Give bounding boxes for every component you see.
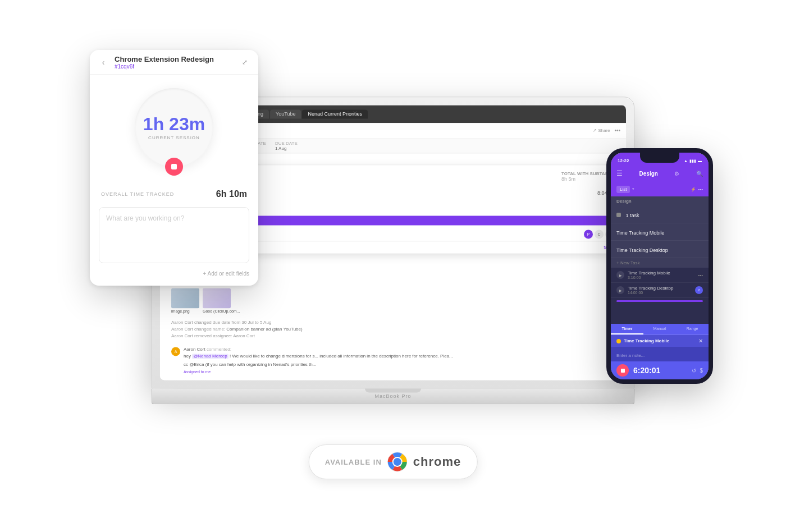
play-button-1[interactable]: ▶ (616, 271, 624, 279)
add-fields-link[interactable]: + Add or edit fields (203, 270, 249, 277)
more-icon[interactable]: ••• (698, 187, 703, 192)
activity-1: Aaron Cort changed due date from 30 Jul … (171, 320, 615, 325)
active-task-name: Time Tracking Mobile (624, 338, 698, 343)
task-item-desktop[interactable]: Time Tracking Desktop (611, 241, 709, 258)
active-task-selector[interactable]: Time Tracking Mobile ✕ (611, 335, 709, 347)
status-icons: ▲ ▮▮▮ ▬ (684, 159, 702, 163)
clear-task-button[interactable]: ✕ (698, 338, 703, 344)
img-label-2: Good (ClickUp.com... (203, 309, 240, 313)
phone-notch (640, 153, 679, 163)
design-section: Design (611, 196, 709, 206)
search-icon[interactable]: 🔍 (696, 171, 703, 177)
post-row: POST (90, 282, 258, 286)
scene: Marketing Advertising YouTube Nenad Curr… (56, 19, 730, 513)
comment-content: Aaron Cort commented: hey @Nenad Mercep … (184, 347, 453, 374)
tab-nenad[interactable]: Nenad Current Priorities (302, 109, 368, 118)
commenter-name: Aaron Cort commented: (184, 347, 453, 352)
svg-point-2 (394, 458, 401, 466)
task-item-mobile[interactable]: Time Tracking Mobile (611, 223, 709, 241)
img-thumbnail-1 (171, 288, 199, 308)
image-attachments: image.png Good (ClickUp.com... (171, 288, 615, 313)
total-row: OVERALL TIME TRACKED 6h 10m (90, 189, 258, 207)
activity-2: Aaron Cort changed name: Companion banne… (171, 327, 615, 332)
activity-section: Aaron Cort changed due date from 30 Jul … (166, 317, 620, 343)
attachment-1: image.png (171, 288, 199, 313)
entry-time-2: 14:00:00 (628, 291, 692, 295)
task-checkbox (616, 213, 621, 217)
share-btn[interactable]: ↗ Share (593, 128, 610, 133)
phone-note-placeholder: Enter a note... (616, 353, 645, 358)
dollar-icon[interactable]: $ (700, 368, 703, 374)
timer-action-icons: ↺ $ (692, 368, 703, 374)
commenter-avatar: A (171, 347, 180, 356)
play-button-2[interactable]: ▶ (616, 286, 624, 294)
entry-item-mobile: ▶ Time Tracking Mobile 3:10:00 ••• (611, 268, 709, 283)
entry-more-1[interactable]: ••• (698, 273, 703, 278)
when-btn-c[interactable]: C (595, 230, 604, 239)
stop-timer-button[interactable] (165, 158, 183, 176)
chrome-logo-icon (387, 452, 408, 472)
stop-icon (171, 164, 177, 169)
overall-label: OVERALL TIME TRACKED (101, 191, 174, 197)
note-placeholder: What are you working on? (106, 214, 242, 222)
task-name-mobile: Time Tracking Mobile (616, 230, 664, 236)
phone-header: ☰ Design ⚙ 🔍 (611, 165, 709, 182)
phone-time: 12:22 (618, 158, 629, 163)
tab-youtube[interactable]: YouTube (270, 109, 301, 118)
due-date-meta: DUE DATE 1 Aug (275, 141, 298, 151)
dropdown-icon[interactable]: ▾ (632, 187, 634, 191)
timer-label: CURRENT SESSION (148, 135, 200, 140)
phone-screen: 12:22 ▲ ▮▮▮ ▬ ☰ Design ⚙ 🔍 List ▾ ⚡ ••• (611, 153, 709, 379)
entry-info-2: Time Tracking Desktop 14:00:00 (628, 286, 692, 295)
img-thumbnail-2 (203, 288, 231, 308)
stop-icon (621, 369, 625, 373)
chrome-badge[interactable]: AVAILABLE IN chrome (309, 444, 478, 479)
comment-body: hey @Nenad Mercep ! We would like to cha… (184, 353, 453, 359)
time-entries: ▶ Time Tracking Mobile 3:10:00 ••• ▶ Tim… (611, 268, 709, 302)
chrome-text: chrome (413, 455, 461, 469)
phone-note-input[interactable]: Enter a note... (611, 347, 709, 361)
browser-tabs: Marketing Advertising YouTube Nenad Curr… (198, 109, 620, 118)
entry-badge-2: 2 (695, 286, 703, 294)
timer-circle: 1h 23m CURRENT SESSION (135, 88, 213, 167)
phone-range-tab[interactable]: Range (676, 324, 709, 334)
due-date-value: 1 Aug (275, 146, 298, 151)
history-icon[interactable]: ↺ (692, 368, 696, 374)
open-button[interactable]: ⤢ (239, 57, 250, 68)
new-task-btn[interactable]: + New Task (611, 258, 709, 268)
chrome-extension-popup: ‹ Chrome Extension Redesign #1cqv6f ⤢ 1h… (90, 50, 258, 286)
signal-icon: ▮▮▮ (689, 159, 696, 163)
task-name-sub: 1 task (625, 213, 639, 218)
comment-item: A Aaron Cort commented: hey @Nenad Merce… (166, 343, 620, 377)
overall-value: 6h 10m (216, 189, 247, 199)
task-name-desktop: Time Tracking Desktop (616, 247, 668, 253)
task-item-subtask[interactable]: 1 task (611, 206, 709, 223)
ext-title-area: Chrome Extension Redesign #1cqv6f (115, 55, 234, 70)
timer-area: 1h 23m CURRENT SESSION (90, 75, 258, 185)
task-dot (616, 339, 621, 343)
hamburger-icon[interactable]: ☰ (616, 169, 623, 177)
wifi-icon: ▲ (684, 159, 688, 163)
record-stop-button[interactable] (616, 364, 629, 377)
task-list-area: Design 1 task Time Tracking Mobile Time … (611, 196, 709, 268)
note-area[interactable]: What are you working on? (99, 207, 249, 263)
more-options-btn[interactable]: ••• (614, 127, 620, 134)
phone-header-title: Design (639, 171, 658, 177)
settings-icon[interactable]: ⚙ (674, 171, 679, 177)
when-btn-p[interactable]: P (584, 230, 593, 239)
available-in-label: AVAILABLE IN (325, 458, 382, 466)
fields-row: + Add or edit fields (90, 263, 258, 282)
phone-timer-tab[interactable]: Timer (611, 324, 643, 334)
below-popup: image.png Good (ClickUp.com... (166, 288, 620, 377)
extension-subtitle: #1cqv6f (115, 63, 234, 70)
comment-cc: cc @Erica (if you can help with organizi… (184, 362, 453, 368)
list-view-button[interactable]: List (616, 186, 630, 193)
attachment-2: Good (ClickUp.com... (203, 288, 240, 313)
filter-icon[interactable]: ⚡ (691, 187, 696, 192)
entry-item-desktop: ▶ Time Tracking Desktop 14:00:00 2 (611, 283, 709, 298)
phone-timer-section: Timer Manual Range Time Tracking Mobile … (611, 324, 709, 379)
phone-manual-tab[interactable]: Manual (643, 324, 676, 334)
back-button[interactable]: ‹ (98, 57, 109, 68)
phone-timer-display: 6:20:01 ↺ $ (611, 361, 709, 379)
extension-title: Chrome Extension Redesign (115, 55, 234, 63)
